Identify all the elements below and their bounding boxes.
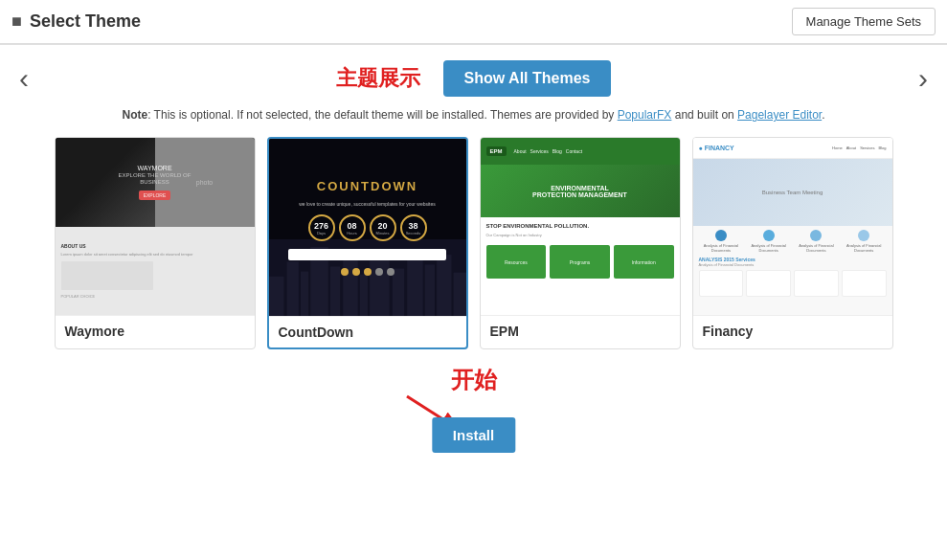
financy-service-4 — [842, 270, 887, 297]
manage-theme-sets-button[interactable]: Manage Theme Sets — [792, 8, 936, 35]
epm-thumbnail: EPM About Services Blog Contact ENVIRONM… — [481, 138, 680, 315]
chinese-section-title: 主题展示 — [336, 64, 420, 93]
page-title: Select Theme — [30, 11, 141, 32]
count-days-label: Days — [317, 231, 326, 235]
theme-card-countdown[interactable]: COUNTDOWN we love to create unique, succ… — [267, 137, 468, 349]
countdown-search-bar — [288, 249, 446, 260]
count-hours: 08 Hours — [339, 214, 366, 241]
countdown-thumbnail: COUNTDOWN we love to create unique, succ… — [269, 139, 466, 316]
countdown-theme-name: CountDown — [269, 316, 466, 347]
themes-row: WAYMOREEXPLORE THE WORLD OFBUSINESS EXPL… — [0, 137, 947, 349]
financy-icon-3 — [810, 230, 822, 241]
dot-1 — [341, 268, 349, 276]
page-title-container: ■ Select Theme — [11, 11, 141, 32]
count-minutes-label: Minutes — [375, 231, 389, 235]
financy-icon-4 — [858, 230, 869, 241]
financy-logo: ● FINANCY — [699, 145, 734, 151]
epm-desc: Our Campaign is Not an Industry — [486, 233, 674, 237]
waymore-theme-name: Waymore — [56, 315, 255, 347]
note-mid: and built on — [671, 108, 737, 122]
epm-hero-text: ENVIRONMENTALPROTECTION MANAGEMENT — [532, 185, 627, 198]
countdown-text-subtitle: we love to create unique, successful tem… — [299, 201, 436, 207]
financy-theme-name: Financy — [693, 315, 892, 347]
financy-icon-card-3: Analysis of Financial Documents — [794, 230, 839, 253]
financy-icon-1 — [715, 230, 727, 241]
financy-icon-cards: Analysis of Financial Documents Analysis… — [699, 230, 887, 253]
theme-card-financy[interactable]: ● FINANCY Home About Services Blog Busin… — [692, 137, 893, 349]
count-days-num: 276 — [314, 221, 328, 231]
annotation-area: 开始 Install — [0, 365, 947, 460]
main-content: ‹ 主题展示 Show All Themes › Note: This is o… — [0, 45, 947, 470]
note-strong: Note — [123, 108, 148, 122]
popularfx-link[interactable]: PopularFX — [618, 108, 672, 122]
count-days: 276 Days — [308, 214, 335, 241]
next-arrow[interactable]: › — [909, 58, 937, 99]
epm-theme-name: EPM — [481, 315, 680, 347]
financy-nav: Home About Services Blog — [832, 146, 886, 150]
waymore-thumbnail: WAYMOREEXPLORE THE WORLD OFBUSINESS EXPL… — [56, 138, 255, 315]
waymore-hero-text: WAYMOREEXPLORE THE WORLD OFBUSINESS EXPL… — [115, 161, 195, 204]
financy-icon-card-4: Analysis of Financial Documents — [842, 230, 887, 253]
count-hours-num: 08 — [347, 221, 356, 231]
theme-icon: ■ — [11, 11, 22, 32]
financy-icon-2 — [763, 230, 775, 241]
epm-nav: About Services Blog Contact — [514, 148, 583, 154]
epm-logo: EPM — [486, 146, 507, 156]
install-button[interactable]: Install — [432, 417, 515, 453]
epm-card-resources: Resources — [486, 245, 547, 279]
count-seconds: 38 Seconds — [400, 214, 427, 241]
dot-4 — [375, 268, 383, 276]
financy-icon-card-2: Analysis of Financial Documents — [746, 230, 791, 253]
themes-header-row: ‹ 主题展示 Show All Themes › — [0, 60, 947, 97]
financy-service-3 — [794, 270, 839, 297]
epm-cards: Resources Programs Information — [486, 245, 674, 279]
financy-header: ● FINANCY Home About Services Blog — [693, 138, 892, 159]
epm-card-information: Information — [614, 245, 674, 279]
financy-thumbnail: ● FINANCY Home About Services Blog Busin… — [693, 138, 892, 315]
financy-service-2 — [746, 270, 791, 297]
epm-header: EPM About Services Blog Contact — [481, 138, 680, 165]
pagelayer-link[interactable]: Pagelayer Editor — [737, 108, 822, 122]
countdown-circles: 276 Days 08 Hours 20 Minutes 38 — [308, 214, 427, 241]
show-all-themes-button[interactable]: Show All Themes — [443, 60, 612, 97]
financy-service-items — [699, 270, 887, 297]
count-minutes-num: 20 — [377, 221, 387, 231]
financy-hero-image: Business Team Meeting — [693, 159, 892, 226]
note-text: Note: This is optional. If not selected,… — [0, 106, 947, 123]
theme-card-epm[interactable]: EPM About Services Blog Contact ENVIRONM… — [480, 137, 681, 349]
dot-2 — [352, 268, 360, 276]
prev-arrow[interactable]: ‹ — [10, 58, 38, 99]
dot-3 — [364, 268, 372, 276]
epm-content: STOP ENVIRONMENTAL POLLUTION. Our Campai… — [481, 217, 680, 315]
dot-5 — [387, 268, 395, 276]
countdown-text-title: COUNTDOWN — [317, 179, 417, 193]
countdown-dots — [341, 268, 395, 276]
count-seconds-num: 38 — [408, 221, 417, 231]
note-end: . — [822, 108, 824, 122]
note-body: : This is optional. If not selected, the… — [147, 108, 618, 122]
financy-icon-card-1: Analysis of Financial Documents — [699, 230, 744, 253]
financy-service-1 — [699, 270, 744, 297]
epm-card-programs: Programs — [550, 245, 610, 279]
epm-hero: ENVIRONMENTALPROTECTION MANAGEMENT — [481, 165, 680, 217]
count-minutes: 20 Minutes — [370, 214, 396, 241]
financy-service-row: ANALYSIS 2015 Services Analysis of Finan… — [699, 257, 887, 297]
page-header: ■ Select Theme Manage Theme Sets — [0, 0, 947, 44]
theme-card-waymore[interactable]: WAYMOREEXPLORE THE WORLD OFBUSINESS EXPL… — [55, 137, 256, 349]
count-seconds-label: Seconds — [406, 231, 421, 235]
financy-content: Analysis of Financial Documents Analysis… — [693, 226, 892, 315]
count-hours-label: Hours — [347, 231, 357, 235]
financy-hero: Business Team Meeting — [693, 159, 892, 226]
epm-tagline: STOP ENVIRONMENTAL POLLUTION. — [486, 223, 674, 229]
